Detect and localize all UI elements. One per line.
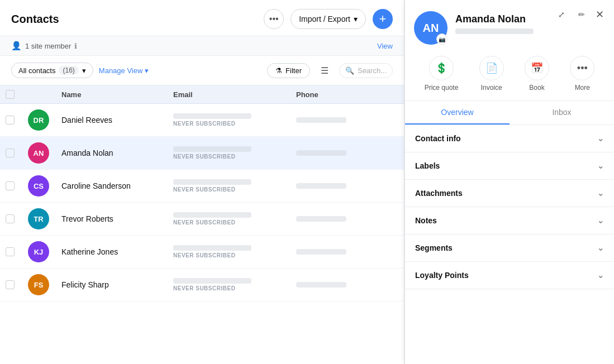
accordion-label-loyalty-points: Loyalty Points: [415, 271, 469, 280]
email-blur: [173, 113, 251, 119]
info-icon[interactable]: ℹ: [74, 42, 77, 50]
contact-avatar: TR: [28, 208, 49, 229]
filter-label: Filter: [285, 66, 302, 75]
accordion-header-labels[interactable]: Labels ⌄: [405, 152, 614, 179]
filter-button[interactable]: ⚗ Filter: [267, 63, 310, 78]
accordion-header-attachments[interactable]: Attachments ⌄: [405, 180, 614, 207]
accordion-chevron-notes: ⌄: [597, 216, 604, 225]
contact-avatar: CS: [28, 175, 49, 197]
book-icon-circle: 📅: [525, 56, 549, 80]
phone-cell: [296, 249, 374, 255]
phone-blur: [296, 249, 346, 255]
accordion-chevron-loyalty-points: ⌄: [597, 271, 604, 280]
book-label: Book: [529, 84, 544, 92]
manage-view-button[interactable]: Manage View ▾: [99, 66, 149, 75]
header-email-col: Email: [173, 90, 296, 99]
row-avatar-col: TR: [28, 208, 61, 229]
search-box[interactable]: 🔍 Search...: [339, 63, 393, 78]
price-quote-label: Price quote: [425, 84, 459, 92]
all-contacts-dropdown[interactable]: All contacts (16) ▾: [11, 63, 93, 78]
invoice-label: Invoice: [481, 84, 502, 92]
row-checkbox[interactable]: [6, 149, 15, 157]
avatar-initials-text: FS: [34, 281, 44, 289]
contact-subtitle-blur: [455, 28, 534, 34]
invoice-icon-circle: 📄: [479, 56, 504, 80]
contact-avatar: FS: [28, 274, 49, 295]
sort-icon: ☰: [321, 65, 329, 76]
tab-inbox[interactable]: Inbox: [510, 101, 614, 124]
subscription-status: NEVER SUBSCRIBED: [173, 121, 296, 127]
contacts-table: Name Email Phone DR Daniel Reeves NEVER …: [0, 85, 404, 364]
contact-name-cell: Trevor Roberts: [61, 214, 173, 223]
invoice-button[interactable]: 📄 Invoice: [479, 56, 504, 92]
row-checkbox-col: [6, 149, 28, 157]
search-icon: 🔍: [345, 66, 354, 75]
row-checkbox[interactable]: [6, 280, 15, 289]
tab-overview[interactable]: Overview: [405, 101, 510, 124]
phone-blur: [296, 183, 346, 189]
contacts-left-panel: Contacts ••• Import / Export ▾ + 👤 1 sit…: [0, 0, 404, 364]
book-button[interactable]: 📅 Book: [525, 56, 549, 92]
sort-button[interactable]: ☰: [316, 61, 334, 79]
table-row[interactable]: DR Daniel Reeves NEVER SUBSCRIBED: [0, 104, 404, 137]
top-bar: Contacts ••• Import / Export ▾ +: [0, 0, 404, 36]
table-row[interactable]: TR Trevor Roberts NEVER SUBSCRIBED: [0, 203, 404, 236]
email-blur: [173, 212, 251, 218]
accordion-chevron-segments: ⌄: [597, 243, 604, 252]
close-panel-button[interactable]: ✕: [592, 7, 607, 22]
camera-icon[interactable]: 📷: [436, 33, 448, 45]
contacts-rows: DR Daniel Reeves NEVER SUBSCRIBED AN Ama…: [0, 104, 404, 301]
email-blur: [173, 146, 251, 152]
contact-name-cell: Felicity Sharp: [61, 280, 173, 289]
accordion-header-contact-info[interactable]: Contact info ⌄: [405, 125, 614, 152]
contacts-count-badge: (16): [59, 66, 78, 75]
row-checkbox-col: [6, 214, 28, 223]
filter-icon: ⚗: [275, 66, 282, 75]
row-avatar-col: FS: [28, 274, 61, 295]
manage-view-chevron-icon: ▾: [145, 66, 149, 75]
accordion-header-segments[interactable]: Segments ⌄: [405, 234, 614, 261]
table-row[interactable]: KJ Katherine Jones NEVER SUBSCRIBED: [0, 236, 404, 269]
phone-blur: [296, 117, 346, 123]
add-contact-button[interactable]: +: [373, 9, 393, 29]
row-avatar-col: KJ: [28, 241, 61, 262]
phone-cell: [296, 282, 374, 288]
select-all-checkbox[interactable]: [6, 90, 15, 99]
avatar-initials-text: AN: [34, 149, 44, 157]
price-quote-button[interactable]: 💲 Price quote: [425, 56, 459, 92]
ellipsis-button[interactable]: •••: [264, 9, 284, 29]
accordion-header-notes[interactable]: Notes ⌄: [405, 207, 614, 234]
accordion-section-contact-info: Contact info ⌄: [405, 125, 614, 152]
import-export-button[interactable]: Import / Export ▾: [291, 9, 366, 29]
page-title: Contacts: [11, 13, 257, 26]
manage-view-label: Manage View: [99, 66, 143, 75]
price-quote-icon: 💲: [435, 62, 448, 74]
edit-icon[interactable]: ✏: [574, 7, 589, 22]
site-member-count: 1 site member: [25, 42, 71, 50]
subscription-status: NEVER SUBSCRIBED: [173, 154, 296, 160]
table-row[interactable]: AN Amanda Nolan NEVER SUBSCRIBED: [0, 137, 404, 170]
row-checkbox-col: [6, 247, 28, 256]
row-checkbox[interactable]: [6, 116, 15, 124]
header-phone-col: Phone: [296, 90, 374, 99]
row-avatar-col: DR: [28, 109, 61, 131]
email-cell: NEVER SUBSCRIBED: [173, 278, 296, 291]
expand-icon[interactable]: ⤢: [554, 7, 569, 22]
view-link[interactable]: View: [377, 42, 393, 50]
accordion-label-labels: Labels: [415, 161, 440, 170]
row-checkbox[interactable]: [6, 247, 15, 256]
table-row[interactable]: FS Felicity Sharp NEVER SUBSCRIBED: [0, 269, 404, 301]
accordion-header-loyalty-points[interactable]: Loyalty Points ⌄: [405, 262, 614, 289]
email-cell: NEVER SUBSCRIBED: [173, 245, 296, 258]
import-export-label: Import / Export: [299, 15, 350, 23]
phone-blur: [296, 150, 346, 156]
accordion-chevron-attachments: ⌄: [597, 189, 604, 198]
row-checkbox[interactable]: [6, 181, 15, 190]
more-button[interactable]: ••• More: [570, 56, 594, 92]
accordion-sections: Contact info ⌄ Labels ⌄ Attachments ⌄ No…: [405, 125, 614, 289]
table-row[interactable]: CS Caroline Sanderson NEVER SUBSCRIBED: [0, 170, 404, 203]
phone-blur: [296, 282, 346, 288]
row-checkbox[interactable]: [6, 214, 15, 223]
accordion-label-contact-info: Contact info: [415, 134, 461, 143]
accordion-label-attachments: Attachments: [415, 189, 463, 198]
